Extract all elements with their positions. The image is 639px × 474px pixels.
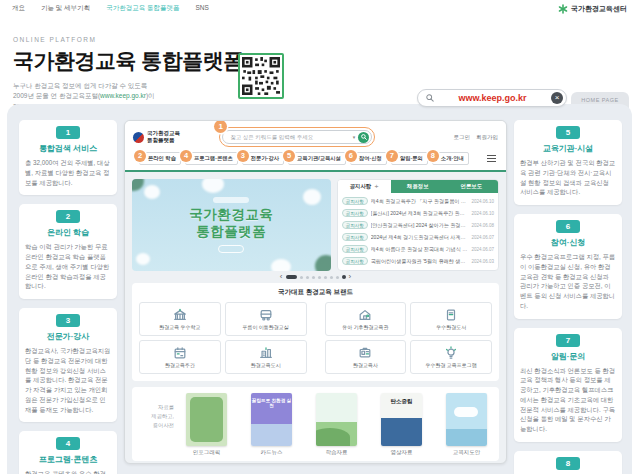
search-input[interactable]: 찾고 싶은 키워드를 입력해 주세요 ▾	[222, 130, 372, 144]
annotation-4: 4	[180, 150, 192, 162]
nav-participation[interactable]: 6참여·신청	[350, 152, 387, 165]
eyebrow-text: ONLINE PLATFORM	[13, 36, 313, 43]
banner-more-button[interactable]	[218, 245, 244, 253]
brand-card-school[interactable]: 환경교육 우수학교	[139, 302, 221, 336]
annotation-2: 2	[134, 150, 146, 162]
info-card-institutions: 5 교육기관·시설 환경부 산하기관 및 전국의 환경교육 관련 기관·단체와 …	[514, 120, 622, 205]
clear-icon[interactable]: ×	[551, 92, 563, 104]
book-icon	[444, 308, 458, 322]
join-link[interactable]: 회원가입	[476, 134, 498, 141]
brand-section: 국가대표 환경교육 브랜드 환경교육 우수학교 푸름이 이동환경교실 유아 기후…	[132, 283, 499, 381]
menu-platform[interactable]: 국가환경교육 통합플랫폼	[106, 4, 179, 13]
carousel-dot[interactable]	[318, 276, 321, 279]
notice-date: 2024.06.07	[471, 235, 494, 240]
notice-list: 공지사항제4회 환경교육주간 「지구 환경돌봄이 마음의 학습」 안내2024.…	[338, 193, 498, 270]
notice-date: 2024.06.10	[471, 199, 494, 204]
notice-row[interactable]: 공지사항제4회 환경교육주간 「지구 환경돌봄이 마음의 학습」 안내2024.…	[342, 196, 494, 207]
notice-title: 제4회 아름다운 환경상 전국대회 기념식 및 어린이 글짓기 시..	[371, 246, 469, 253]
tab-notice[interactable]: 공지사항＋	[338, 180, 391, 193]
info-card-programs: 4 프로그램·콘텐츠 환경교육 콘텐츠와 우수 환경교육프로그램을 13개의 주…	[19, 431, 117, 474]
site-logo[interactable]: 국가환경교육통합플랫폼	[133, 130, 180, 143]
hamburger-menu-icon[interactable]	[487, 155, 496, 162]
cover-lesson-plan[interactable]: 교육지도안	[446, 393, 487, 456]
chevron-down-icon[interactable]: ▾	[353, 134, 356, 140]
main-banner[interactable]: 국가환경교육통합플랫폼	[132, 179, 331, 271]
number-badge: 5	[556, 126, 580, 139]
brand-card-books[interactable]: 우수환경도서	[410, 302, 492, 336]
account-links: 로그인 회원가입	[453, 134, 498, 141]
brand-card-educator[interactable]: 환경교육사	[325, 340, 407, 374]
carousel-pause-icon[interactable]	[342, 275, 346, 279]
notice-row[interactable]: 공지사항2024년 제4회 경기도환경교육센터 사계절 숲 환경학교 모집..2…	[342, 232, 494, 243]
notice-row[interactable]: 공지사항[울산시] 2024년 제3회 환경교육주간 환경교육 홍보 및 체험부…	[342, 208, 494, 219]
tab-press[interactable]: 언론보도	[445, 180, 498, 193]
search-button[interactable]	[358, 132, 369, 143]
menu-features[interactable]: 기능 및 세부기획	[41, 4, 90, 13]
tab-recruit[interactable]: 채용정보	[391, 180, 444, 193]
carousel-dot[interactable]	[312, 276, 315, 279]
carousel-active-indicator[interactable]	[286, 275, 297, 279]
annotation-7: 7	[386, 150, 398, 162]
brand-card-kids-center[interactable]: 유아 기후환경교육관	[325, 302, 407, 336]
number-badge: 7	[556, 334, 580, 347]
brand-card-edu-week[interactable]: 환경교육주간	[139, 340, 221, 374]
notice-date: 2024.06.08	[471, 223, 494, 228]
cover-learning-material[interactable]: 학습자료	[316, 393, 357, 456]
cover-cardnews[interactable]: 꿀팁으로 친환경 실천 카드뉴스	[251, 393, 292, 456]
notice-title: 2024년 제4회 경기도환경교육센터 사계절 숲 환경학교 모집..	[371, 234, 469, 241]
info-card-about: 8 소개·안내 국가환경교육센터와 지역환경교육센터 및 전국 환경교육기관의 …	[514, 451, 622, 474]
card-desc: 학습 이력 관리가 가능한 무료 온라인 환경교육 학습 플랫폼으로 주제, 생…	[25, 242, 111, 291]
carousel-dot[interactable]	[336, 276, 339, 279]
cover-image	[316, 393, 357, 446]
house-icon	[358, 308, 372, 322]
bulb-icon	[444, 346, 458, 360]
cover-video-material[interactable]: 탄소중립 영상자료	[381, 393, 422, 456]
brand-card-eco-bus[interactable]: 푸름이 이동환경교실	[225, 302, 307, 336]
carousel-prev-icon[interactable]: ‹	[280, 273, 283, 281]
nav-about[interactable]: 8소개·안내	[432, 152, 469, 165]
city-icon	[259, 346, 273, 360]
plus-icon[interactable]: ＋	[373, 182, 379, 191]
notice-board: 공지사항＋ 채용정보 언론보도 공지사항제4회 환경교육주간 「지구 환경돌봄이…	[337, 179, 499, 271]
cover-infographic[interactable]: 인포그래픽	[186, 393, 227, 456]
contents-covers: 인포그래픽 꿀팁으로 친환경 실천 카드뉴스 학습자료 탄소중립 영상자료	[182, 393, 491, 456]
annotation-5: 5	[283, 150, 295, 162]
card-title: 온라인 학습	[25, 227, 111, 238]
notice-badge: 공지사항	[342, 221, 368, 229]
carousel-dot[interactable]	[330, 276, 333, 279]
notice-row[interactable]: 공지사항[안산환경교육센터] 2024 찾아가는 환경교육교실 참가신청 안내2…	[342, 220, 494, 231]
info-card-search: 1 통합검색 서비스 총 32,000여 건의 주제별, 대상별, 자료별 다양…	[19, 120, 117, 195]
nav-notice[interactable]: 7알림·문의	[391, 152, 428, 165]
top-bar: 개요 기능 및 세부기획 국가환경교육 통합플랫폼 SNS 국가환경교육센터	[0, 0, 639, 17]
nav-online-learning[interactable]: 2온라인 학습	[139, 152, 181, 165]
menu-sns[interactable]: SNS	[195, 4, 208, 13]
site-search[interactable]: 1 찾고 싶은 키워드를 입력해 주세요 ▾	[219, 127, 375, 147]
carousel-dot[interactable]	[306, 276, 309, 279]
notice-title: 국립어린이생물자원관 '5월의 유쾌한 생물다양성 체험교..	[371, 258, 469, 265]
carousel-next-icon[interactable]: ›	[349, 273, 352, 281]
login-link[interactable]: 로그인	[453, 134, 470, 141]
notice-badge: 공지사항	[342, 245, 368, 253]
center-logo[interactable]: 국가환경교육센터	[558, 4, 627, 14]
nav-programs[interactable]: 4프로그램·콘텐츠	[185, 152, 238, 165]
brand-card-best-programs[interactable]: 우수환경 교육프로그램	[410, 340, 492, 374]
menu-overview[interactable]: 개요	[12, 4, 25, 13]
qr-code	[238, 53, 284, 99]
contents-section: 자료를 제공하고, 용어사전 인포그래픽 꿀팁으로 친환경 실천 카드뉴스	[132, 387, 499, 461]
annotation-3: 3	[237, 150, 249, 162]
school-icon	[173, 308, 187, 322]
notice-badge: 공지사항	[342, 233, 368, 241]
carousel-dot[interactable]	[300, 276, 303, 279]
bus-icon	[259, 308, 273, 322]
center-logo-text: 국가환경교육센터	[571, 4, 627, 14]
nav-institutions[interactable]: 5교육기관/교육시설	[288, 152, 346, 165]
cover-image	[446, 393, 487, 446]
notice-badge: 공지사항	[342, 209, 368, 217]
notice-row[interactable]: 공지사항제4회 아름다운 환경상 전국대회 기념식 및 어린이 글짓기 시..2…	[342, 244, 494, 255]
nav-experts[interactable]: 3전문가·강사	[242, 152, 284, 165]
brand-card-edu-city[interactable]: 환경교육도시	[225, 340, 307, 374]
url-bar[interactable]: www.keep.go.kr ×	[417, 89, 567, 107]
carousel-dot[interactable]	[324, 276, 327, 279]
notice-row[interactable]: 공지사항국립어린이생물자원관 '5월의 유쾌한 생물다양성 체험교..2024.…	[342, 256, 494, 267]
keep-link[interactable]: www.keep.go.kr	[100, 92, 146, 99]
